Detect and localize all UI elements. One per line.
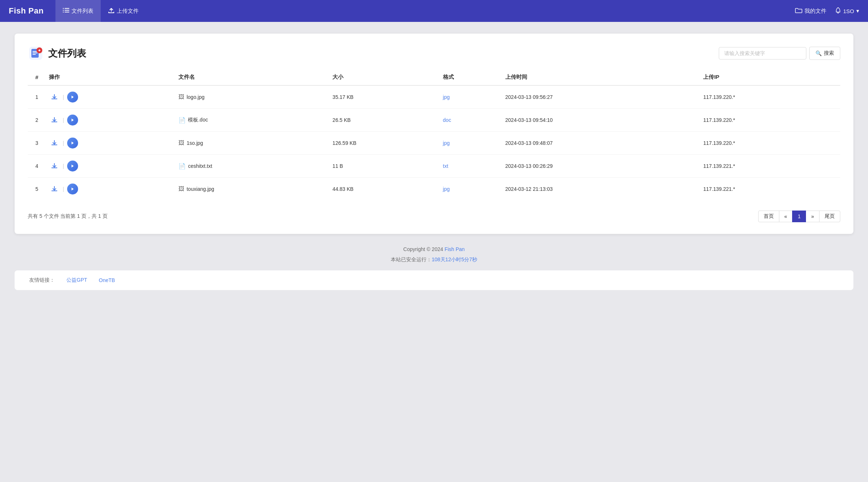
filename-cell: 🖼 touxiang.jpg [175,178,329,201]
brand-logo[interactable]: Fish Pan [9,6,44,16]
navbar-right: 我的文件 1SO ▾ [795,7,859,15]
format-link[interactable]: jpg [443,140,450,146]
file-type-icon: 🖼 [178,186,184,192]
footer: Copyright © 2024 Fish Pan 本站已安全运行：108天12… [15,234,853,270]
action-cell: | [46,85,175,109]
page-btn[interactable]: 首页 [758,211,779,222]
copyright-text: Copyright © 2024 [403,246,444,252]
format-link[interactable]: doc [443,117,451,123]
col-size: 大小 [329,70,440,85]
file-list-card: 文件列表 🔍 搜索 # 操作 文件名 大小 格式 上传时间 [15,34,853,234]
format-link[interactable]: jpg [443,186,450,192]
file-type-icon: 📄 [178,117,186,124]
my-files-btn[interactable]: 我的文件 [795,8,826,15]
search-area: 🔍 搜索 [719,47,840,60]
action-cell: | [46,132,175,155]
svg-point-6 [838,7,838,8]
action-separator: | [63,163,64,169]
format-link[interactable]: txt [443,163,448,169]
preview-button[interactable] [67,138,78,149]
search-button[interactable]: 🔍 搜索 [809,47,840,60]
filename-cell: 🖼 logo.jpg [175,85,329,109]
action-separator: | [63,140,64,146]
nav-item-file-list[interactable]: 文件列表 [55,0,101,22]
friendly-link-onetb[interactable]: OneTB [99,277,115,283]
table-row: 1 | [28,85,840,109]
row-num: 2 [28,109,46,132]
row-num: 1 [28,85,46,109]
action-separator: | [63,186,64,192]
download-button[interactable] [49,138,60,149]
file-size: 26.5 KB [329,109,440,132]
preview-button[interactable] [67,115,78,126]
filename-text: logo.jpg [186,94,204,100]
col-action: 操作 [46,70,175,85]
upload-ip: 117.139.220.* [700,109,840,132]
download-button[interactable] [49,161,60,171]
uptime-value: 108天12小时5分7秒 [432,257,477,262]
download-button[interactable] [49,115,60,126]
pagination: 首页«1»尾页 [759,211,840,222]
friendly-links-bar: 友情链接： 公益GPT OneTB [15,270,853,290]
filename-text: 模板.doc [188,117,208,123]
svg-rect-2 [63,10,64,11]
svg-rect-5 [65,12,69,12]
uptime-label: 本站已安全运行： [391,257,432,262]
filename-cell: 🖼 1so.jpg [175,132,329,155]
upload-ip: 117.139.221.* [700,178,840,201]
bell-icon [835,7,841,15]
upload-ip: 117.139.220.* [700,132,840,155]
col-filename: 文件名 [175,70,329,85]
format-link[interactable]: jpg [443,94,450,100]
user-menu-btn[interactable]: 1SO ▾ [835,7,859,15]
filename-text: 1so.jpg [186,140,203,146]
file-list-page-icon [28,45,44,61]
search-input[interactable] [719,47,806,59]
table-summary: 共有 5 个文件 当前第 1 页，共 1 页 [28,213,108,220]
svg-rect-11 [32,54,36,55]
table-header: # 操作 文件名 大小 格式 上传时间 上传IP [28,70,840,85]
file-table: # 操作 文件名 大小 格式 上传时间 上传IP 1 [28,70,840,200]
nav-item-upload-file[interactable]: 上传文件 [101,0,146,22]
download-button[interactable] [49,184,60,194]
svg-rect-1 [65,8,69,9]
page-btn[interactable]: « [779,211,793,222]
upload-time: 2024-03-13 09:54:10 [502,109,701,132]
col-format: 格式 [440,70,502,85]
col-upload-ip: 上传IP [700,70,840,85]
svg-rect-14 [39,49,40,51]
filename-cell: 📄 ceshitxt.txt [175,155,329,178]
file-format: jpg [440,132,502,155]
table-row: 4 | [28,155,840,178]
table-row: 3 | [28,132,840,155]
preview-button[interactable] [67,92,78,103]
nav-file-list-label: 文件列表 [72,8,93,15]
download-button[interactable] [49,92,60,103]
search-icon: 🔍 [815,50,822,56]
row-num: 5 [28,178,46,201]
copyright-line: Copyright © 2024 Fish Pan [15,244,853,254]
svg-rect-10 [32,53,38,53]
col-upload-time: 上传时间 [502,70,701,85]
my-files-label: 我的文件 [805,8,826,15]
table-footer: 共有 5 个文件 当前第 1 页，共 1 页 首页«1»尾页 [28,211,840,222]
filename-cell: 📄 模板.doc [175,109,329,132]
file-type-icon: 🖼 [178,94,184,100]
friendly-links-label: 友情链接： [29,277,55,284]
file-size: 35.17 KB [329,85,440,109]
file-format: jpg [440,178,502,201]
page-btn[interactable]: 尾页 [819,211,840,222]
file-format: txt [440,155,502,178]
action-separator: | [63,117,64,123]
action-cell: | [46,155,175,178]
preview-button[interactable] [67,161,78,171]
upload-time: 2024-03-13 00:26:29 [502,155,701,178]
preview-button[interactable] [67,184,78,194]
user-label: 1SO [843,8,854,14]
fish-pan-link[interactable]: Fish Pan [444,246,464,252]
svg-rect-3 [65,10,69,11]
chevron-down-icon: ▾ [856,8,859,14]
page-btn[interactable]: 1 [792,211,806,222]
friendly-link-gpt[interactable]: 公益GPT [66,277,87,284]
page-btn[interactable]: » [806,211,819,222]
